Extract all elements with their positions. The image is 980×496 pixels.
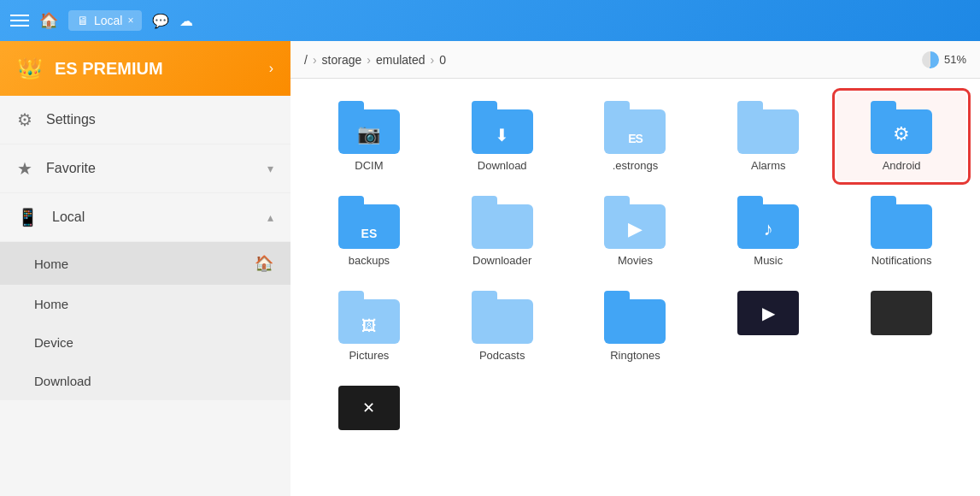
ringtones-label: Ringtones bbox=[610, 349, 660, 362]
top-bar: 🏠 🖥 Local × 💬 ☁ bbox=[0, 0, 980, 41]
tab-close-button[interactable]: × bbox=[127, 15, 133, 27]
breadcrumb-root: / bbox=[304, 53, 308, 67]
movies-label: Movies bbox=[618, 254, 653, 267]
file-thumb3[interactable]: ✕ bbox=[304, 377, 434, 444]
music-folder-icon: ♪ bbox=[737, 196, 799, 249]
pictures-overlay-icon: 🖼 bbox=[361, 317, 377, 335]
movies-overlay-icon: ▶ bbox=[628, 218, 643, 240]
favorite-icon: ★ bbox=[17, 158, 32, 179]
thumb2-box bbox=[871, 291, 932, 335]
music-label: Music bbox=[754, 254, 783, 267]
sidebar-sub-device[interactable]: Device bbox=[0, 323, 290, 362]
download-label: Download bbox=[478, 159, 527, 172]
dcim-label: DCIM bbox=[355, 159, 383, 172]
estrongs-label: .estrongs bbox=[613, 159, 658, 172]
notifications-folder-icon bbox=[871, 196, 932, 249]
sep2: › bbox=[367, 53, 371, 67]
pictures-label: Pictures bbox=[349, 349, 389, 362]
sidebar-item-settings[interactable]: ⚙ Settings bbox=[0, 96, 290, 145]
sub-home2-label: Home bbox=[34, 297, 273, 311]
folder-music[interactable]: ♪ Music bbox=[703, 187, 833, 275]
sidebar-sub-home2[interactable]: Home bbox=[0, 285, 290, 323]
downloader-label: Downloader bbox=[472, 254, 531, 267]
folder-estrongs[interactable]: ES .estrongs bbox=[571, 92, 701, 180]
premium-label: ES PREMIUM bbox=[55, 59, 257, 79]
ringtones-folder-icon bbox=[604, 291, 666, 344]
local-label: Local bbox=[52, 210, 254, 225]
folder-download[interactable]: ⬇ Download bbox=[437, 92, 567, 180]
crown-icon: 👑 bbox=[17, 56, 43, 80]
android-overlay-icon: ⚙ bbox=[893, 123, 910, 145]
folder-podcasts[interactable]: Podcasts bbox=[437, 282, 567, 370]
sep1: › bbox=[313, 53, 317, 67]
estrongs-folder-icon: ES bbox=[604, 101, 666, 154]
thumb3-box: ✕ bbox=[338, 386, 400, 430]
tab-label: Local bbox=[94, 14, 122, 27]
sidebar-sub-home1[interactable]: Home 🏠 bbox=[0, 242, 290, 285]
sub-device-label: Device bbox=[34, 335, 273, 350]
favorite-label: Favorite bbox=[46, 161, 254, 176]
breadcrumb-storage: storage bbox=[322, 53, 362, 67]
download-overlay-icon: ⬇ bbox=[495, 125, 509, 145]
storage-indicator: 51% bbox=[922, 51, 966, 68]
downloader-folder-icon bbox=[472, 196, 533, 249]
music-overlay-icon: ♪ bbox=[764, 218, 773, 240]
storage-pct-label: 51% bbox=[944, 53, 966, 66]
folder-movies[interactable]: ▶ Movies bbox=[571, 187, 701, 275]
storage-pie-chart bbox=[922, 51, 939, 68]
alarms-folder-icon bbox=[737, 101, 799, 154]
main-layout: 👑 ES PREMIUM › ⚙ Settings ★ Favorite ▾ 📱… bbox=[0, 41, 980, 496]
backups-label: backups bbox=[349, 254, 390, 267]
cloud-icon[interactable]: ☁ bbox=[179, 13, 193, 29]
thumb1-box: ▶ bbox=[737, 291, 799, 335]
local-icon: 📱 bbox=[17, 207, 38, 227]
pictures-folder-icon: 🖼 bbox=[338, 291, 400, 344]
local-chevron: ▴ bbox=[267, 210, 273, 224]
breadcrumb-bar: / › storage › emulated › 0 51% bbox=[290, 41, 980, 79]
file-browser: / › storage › emulated › 0 51% 📷 DCIM bbox=[290, 41, 980, 496]
podcasts-folder-icon bbox=[472, 291, 533, 344]
backups-folder-icon: ES bbox=[338, 196, 400, 249]
settings-icon: ⚙ bbox=[17, 109, 32, 130]
favorite-chevron: ▾ bbox=[267, 162, 273, 175]
premium-banner[interactable]: 👑 ES PREMIUM › bbox=[0, 41, 290, 96]
sidebar-item-local[interactable]: 📱 Local ▴ bbox=[0, 193, 290, 242]
folder-ringtones[interactable]: Ringtones bbox=[571, 282, 701, 370]
sub-download-label: Download bbox=[34, 374, 273, 388]
hamburger-menu[interactable] bbox=[10, 15, 29, 27]
premium-arrow: › bbox=[269, 61, 273, 76]
settings-label: Settings bbox=[46, 112, 273, 127]
file-thumb2[interactable] bbox=[836, 282, 966, 370]
sidebar-item-favorite[interactable]: ★ Favorite ▾ bbox=[0, 145, 290, 193]
sidebar-sub-download[interactable]: Download bbox=[0, 362, 290, 400]
podcasts-label: Podcasts bbox=[479, 349, 525, 362]
folder-downloader[interactable]: Downloader bbox=[437, 187, 567, 275]
chat-icon[interactable]: 💬 bbox=[152, 13, 169, 29]
folder-android[interactable]: ⚙ Android bbox=[836, 92, 966, 180]
home1-icon: 🏠 bbox=[255, 254, 273, 273]
folder-dcim[interactable]: 📷 DCIM bbox=[304, 92, 434, 180]
estrongs-overlay-icon: ES bbox=[628, 132, 643, 145]
home-icon[interactable]: 🏠 bbox=[39, 11, 58, 30]
movies-folder-icon: ▶ bbox=[604, 196, 666, 249]
tab-monitor-icon: 🖥 bbox=[77, 14, 89, 27]
file-thumb1[interactable]: ▶ bbox=[703, 282, 833, 370]
folder-alarms[interactable]: Alarms bbox=[703, 92, 833, 180]
folder-pictures[interactable]: 🖼 Pictures bbox=[304, 282, 434, 370]
sidebar: 👑 ES PREMIUM › ⚙ Settings ★ Favorite ▾ 📱… bbox=[0, 41, 290, 496]
alarms-label: Alarms bbox=[751, 159, 785, 172]
breadcrumb-0: 0 bbox=[439, 53, 446, 67]
breadcrumb-emulated: emulated bbox=[376, 53, 425, 67]
play-icon: ▶ bbox=[762, 303, 775, 323]
dcim-overlay-icon: 📷 bbox=[357, 123, 380, 145]
file-grid: 📷 DCIM ⬇ Download ES . bbox=[290, 79, 980, 496]
sub-home1-label: Home bbox=[34, 257, 255, 271]
android-folder-icon: ⚙ bbox=[871, 101, 932, 154]
android-label: Android bbox=[883, 159, 921, 172]
folder-backups[interactable]: ES backups bbox=[304, 187, 434, 275]
backups-overlay-icon: ES bbox=[361, 227, 378, 240]
local-tab[interactable]: 🖥 Local × bbox=[68, 10, 142, 31]
folder-notifications[interactable]: Notifications bbox=[836, 187, 966, 275]
download-folder-icon: ⬇ bbox=[472, 101, 533, 154]
close-icon: ✕ bbox=[362, 399, 375, 417]
